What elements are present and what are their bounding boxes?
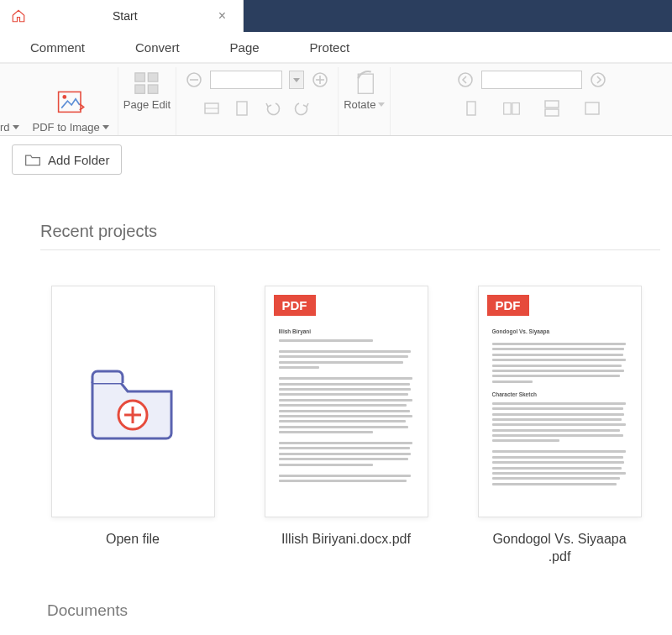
content: Add Folder Recent projects Open file PDF (0, 136, 672, 635)
rotate-page-icon (349, 70, 380, 96)
pdf-preview: Illish Biryani (279, 328, 414, 505)
prev-page-button[interactable] (456, 71, 475, 89)
menu-protect[interactable]: Protect (310, 40, 350, 55)
recent-file-1[interactable]: PDF Illish Biryani (265, 286, 428, 517)
open-folder-icon (82, 359, 183, 443)
svg-rect-3 (148, 72, 158, 81)
recent-projects-list: Open file PDF Illish Biryani (12, 250, 660, 566)
chevron-down-icon (13, 125, 19, 129)
menu-convert[interactable]: Convert (135, 40, 180, 55)
recent-file-1-label: Illish Biriyani.docx.pdf (281, 531, 411, 548)
menu-comment[interactable]: Comment (30, 40, 85, 55)
pdf-preview: Gondogol Vs. Siyaapa Character Sketch (492, 328, 627, 505)
image-export-icon (55, 90, 86, 116)
ribbon: rd PDF to Image Page Edit (0, 64, 672, 136)
add-folder-button[interactable]: Add Folder (12, 144, 122, 175)
to-word-button[interactable]: rd (0, 121, 19, 134)
single-page-icon[interactable] (462, 99, 480, 118)
continuous-scroll-icon[interactable] (543, 99, 561, 118)
svg-rect-18 (503, 102, 510, 114)
svg-point-15 (459, 73, 472, 87)
recent-file-2-label: Gondogol Vs. Siyaapa .pdf (492, 531, 626, 566)
recent-file-2[interactable]: PDF Gondogol Vs. Siyaapa Character Sketc… (478, 286, 642, 517)
close-icon[interactable]: × (213, 8, 231, 24)
svg-rect-5 (148, 85, 158, 93)
recent-projects-heading: Recent projects (40, 222, 660, 250)
open-file-label: Open file (106, 531, 160, 548)
pdf-to-image-button[interactable]: PDF to Image (33, 90, 109, 134)
pdf-badge: PDF (274, 295, 316, 316)
titlebar: Start × (0, 0, 672, 32)
rotate-right-icon[interactable] (293, 99, 312, 118)
next-page-button[interactable] (589, 71, 607, 89)
more-icon[interactable] (583, 99, 601, 118)
home-icon (11, 8, 26, 24)
zoom-dropdown[interactable] (289, 71, 304, 89)
rotate-group: Rotate (339, 67, 391, 135)
rotate-left-icon[interactable] (263, 99, 281, 118)
pdf-badge: PDF (487, 295, 529, 316)
svg-rect-19 (512, 102, 519, 114)
svg-rect-21 (545, 109, 559, 116)
svg-point-16 (591, 73, 605, 87)
chevron-down-icon (378, 102, 385, 107)
svg-rect-20 (545, 101, 559, 108)
page-edit-group: Page Edit (118, 67, 176, 135)
menu-page[interactable]: Page (230, 40, 260, 55)
chevron-down-icon (102, 125, 109, 129)
tab-start[interactable]: Start × (37, 0, 244, 32)
grid-icon (132, 70, 162, 96)
two-page-icon[interactable] (502, 99, 521, 118)
documents-heading: Documents (47, 601, 660, 620)
menubar: Comment Convert Page Protect (0, 32, 672, 64)
fit-width-icon[interactable] (202, 99, 221, 118)
svg-point-1 (63, 95, 67, 99)
folder-icon (24, 152, 41, 167)
fit-page-icon[interactable] (233, 99, 251, 118)
zoom-out-button[interactable] (185, 71, 203, 89)
svg-rect-22 (585, 102, 599, 114)
svg-rect-17 (467, 102, 475, 115)
page-input[interactable] (481, 71, 582, 89)
svg-rect-13 (237, 102, 247, 115)
svg-rect-4 (135, 85, 145, 93)
zoom-input[interactable] (210, 71, 282, 89)
svg-rect-2 (135, 72, 145, 81)
open-file-card[interactable] (51, 286, 215, 517)
zoom-in-button[interactable] (311, 71, 329, 89)
home-button[interactable] (0, 0, 37, 32)
tab-title: Start (37, 9, 213, 23)
svg-rect-14 (358, 74, 373, 93)
